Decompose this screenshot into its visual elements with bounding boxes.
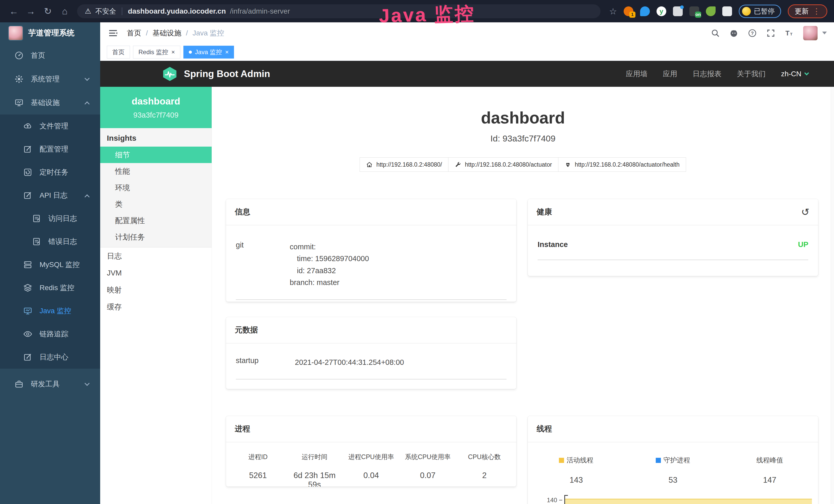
fullscreen-icon[interactable] <box>766 28 775 38</box>
col-value: 6d 23h 15m 59s <box>286 471 343 486</box>
sidebar-item-api-log[interactable]: API 日志 <box>0 184 100 207</box>
sba-nav-applications[interactable]: 应用 <box>663 69 677 79</box>
home-icon[interactable]: ⌂ <box>58 6 72 17</box>
tab-java-monitor[interactable]: Java 监控 × <box>183 46 234 59</box>
col-header: 运行时间 <box>286 453 343 461</box>
sba-brand[interactable]: Spring Boot Admin <box>184 69 270 79</box>
briefcase-icon <box>14 380 24 389</box>
sidebar-item-system[interactable]: 系统管理 <box>0 67 100 91</box>
breadcrumb-infra[interactable]: 基础设施 <box>153 28 181 38</box>
sidebar-item-devtools[interactable]: 研发工具 <box>0 372 100 396</box>
sidebar-item-label: 错误日志 <box>48 237 77 247</box>
back-icon[interactable]: ← <box>7 6 21 17</box>
extension-icon-leaf[interactable] <box>706 6 716 16</box>
reload-icon[interactable]: ↻ <box>41 6 55 17</box>
sidebar-item-access-log[interactable]: 访问日志 <box>0 207 100 230</box>
legend-live-threads: 活动线程 <box>528 456 625 465</box>
sba-item-scheduled-tasks[interactable]: 计划任务 <box>100 229 212 245</box>
sba-item-details[interactable]: 细节 <box>100 146 212 163</box>
info-card-title: 信息 <box>226 199 516 225</box>
extension-icon-y[interactable]: y <box>657 6 666 16</box>
sba-nav-journal[interactable]: 日志报表 <box>693 69 722 79</box>
sidebar-item-error-log[interactable]: 错误日志 <box>0 230 100 253</box>
document-icon <box>32 214 41 223</box>
address-bar[interactable]: ⚠ 不安全 dashboard.yudao.iocoder.cn /infra/… <box>77 4 600 18</box>
bookmark-star-icon[interactable]: ☆ <box>609 6 617 17</box>
tab-home[interactable]: 首页 <box>107 46 130 59</box>
forward-icon[interactable]: → <box>24 6 38 17</box>
extension-icon-grid[interactable] <box>673 6 683 16</box>
browser-menu-icon[interactable]: ⋮ <box>813 7 820 16</box>
sba-item-mappings[interactable]: 映射 <box>100 281 212 298</box>
profile-paused-chip[interactable]: 已暂停 <box>739 5 781 18</box>
extension-on-badge: on <box>695 12 701 18</box>
col-value: 0.07 <box>399 471 456 480</box>
search-icon[interactable] <box>711 28 720 38</box>
app-logo[interactable]: 芋道管理系统 <box>0 22 100 44</box>
service-url-button[interactable]: http://192.168.0.2:48080/ <box>359 157 448 172</box>
breadcrumb-current: Java 监控 <box>193 28 224 38</box>
sidebar-item-config[interactable]: 配置管理 <box>0 138 100 161</box>
close-icon[interactable]: × <box>171 48 175 56</box>
daemon-threads-value: 53 <box>625 476 722 485</box>
sba-logo-icon[interactable] <box>162 66 178 82</box>
sidebar-item-log-center[interactable]: 日志中心 <box>0 346 100 369</box>
edit-icon <box>23 191 32 200</box>
extension-icon-orange[interactable]: 1 <box>623 6 633 16</box>
sba-content: dashboard Id: 93a3fc7f7409 http://192.16… <box>212 87 834 504</box>
main-sidebar: 芋道管理系统 首页 系统管理 基础设施 <box>0 22 100 504</box>
sba-item-config-props[interactable]: 配置属性 <box>100 212 212 229</box>
instance-id-line: Id: 93a3fc7f7409 <box>212 134 834 143</box>
sidebar-item-job[interactable]: 定时任务 <box>0 161 100 184</box>
sidebar-item-label: MySQL 监控 <box>40 260 80 270</box>
chevron-up-icon <box>85 194 90 200</box>
sidebar-item-mysql[interactable]: MySQL 监控 <box>0 253 100 276</box>
sba-item-logs[interactable]: 日志 <box>100 248 212 265</box>
chrome-update-button[interactable]: 更新 ⋮ <box>788 4 827 18</box>
sidebar-item-home[interactable]: 首页 <box>0 44 100 67</box>
sba-instance-header[interactable]: dashboard 93a3fc7f7409 <box>100 87 212 128</box>
help-icon[interactable] <box>748 28 757 38</box>
metadata-value: 2021-04-27T00:44:31.254+08:00 <box>295 357 506 368</box>
sba-item-jvm[interactable]: JVM <box>100 265 212 281</box>
sba-item-environment[interactable]: 环境 <box>100 180 212 196</box>
extension-icon-switch[interactable]: on <box>689 6 699 16</box>
user-avatar[interactable] <box>803 26 817 40</box>
sba-item-metrics[interactable]: 性能 <box>100 163 212 180</box>
sidebar-item-java[interactable]: Java 监控 <box>0 299 100 322</box>
not-secure-warning-icon: ⚠ <box>85 7 91 16</box>
sba-nav-wallboard[interactable]: 应用墙 <box>626 69 648 79</box>
extensions-puzzle-icon[interactable] <box>722 6 732 16</box>
history-icon[interactable]: ↺ <box>801 207 809 217</box>
sidebar-item-trace[interactable]: 链路追踪 <box>0 322 100 346</box>
sidebar-item-infra[interactable]: 基础设施 <box>0 91 100 115</box>
eye-icon <box>23 329 32 339</box>
actuator-url-button[interactable]: http://192.168.0.2:48080/actuator <box>448 157 558 172</box>
breadcrumb-home[interactable]: 首页 <box>127 28 141 38</box>
legend-label: 活动线程 <box>567 456 593 465</box>
health-url-button[interactable]: http://192.168.0.2:48080/actuator/health <box>558 157 686 172</box>
sidebar-collapse-icon[interactable] <box>108 28 118 38</box>
emoji-face-icon <box>742 7 751 16</box>
metadata-startup-row: startup 2021-04-27T00:44:31.254+08:00 <box>236 346 506 380</box>
app-header: 首页 / 基础设施 / Java 监控 <box>100 22 834 44</box>
threads-values: 143 53 147 <box>528 476 818 485</box>
paused-label: 已暂停 <box>754 7 775 16</box>
sidebar-item-file[interactable]: 文件管理 <box>0 115 100 138</box>
github-icon[interactable] <box>729 28 739 38</box>
scrollbar[interactable] <box>831 87 834 504</box>
sba-locale-select[interactable]: zh-CN <box>781 70 808 78</box>
monitor-icon <box>23 306 32 316</box>
sidebar-item-redis[interactable]: Redis 监控 <box>0 276 100 299</box>
sidebar-item-label: Java 监控 <box>40 306 71 316</box>
extension-icon-pin[interactable] <box>640 6 650 16</box>
close-icon[interactable]: × <box>225 48 228 56</box>
font-size-icon[interactable] <box>785 28 794 38</box>
tab-redis-monitor[interactable]: Redis 监控 × <box>133 46 180 59</box>
sba-nav-about[interactable]: 关于我们 <box>737 69 766 79</box>
sba-item-caches[interactable]: 缓存 <box>100 298 212 315</box>
app-title: 芋道管理系统 <box>28 28 74 38</box>
server-icon <box>23 260 32 269</box>
sba-item-classes[interactable]: 类 <box>100 196 212 212</box>
instance-title: dashboard <box>212 108 834 127</box>
